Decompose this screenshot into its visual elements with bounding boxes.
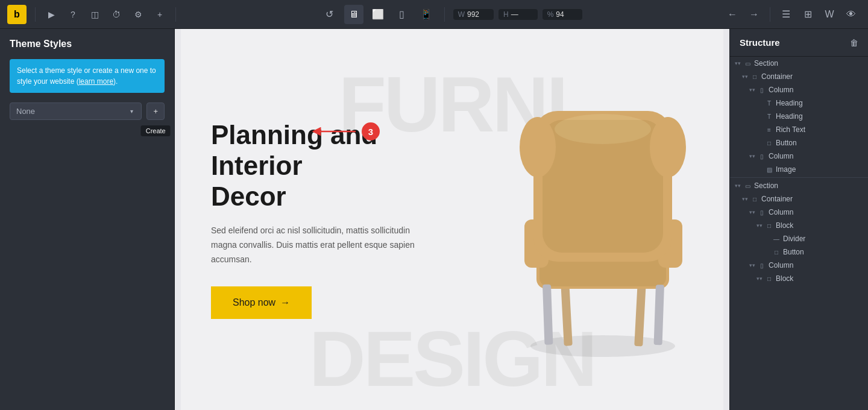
tree-section-icon: ▭ [743,181,752,190]
tree-item[interactable]: ▾□Block [730,272,868,285]
w-label: W [458,10,465,19]
add-icon[interactable]: + [150,5,169,24]
wordpress-icon[interactable]: W [820,5,839,24]
redo-icon[interactable]: → [744,5,764,24]
tree-item[interactable]: ▾▯Column [730,259,868,272]
undo-icon[interactable]: ← [723,5,742,24]
svg-rect-5 [539,257,666,286]
hero-heading: Planning and Interior Decor [211,120,452,212]
tree-item-label: Button [776,139,797,147]
tree-item[interactable]: □Button [730,136,868,150]
tree-item[interactable]: ▾▭Section [730,179,868,192]
grid-icon[interactable]: ⊞ [798,5,817,24]
right-sidebar-header: Structure 🗑 [730,29,868,57]
tree-item[interactable]: ▾□Container [730,70,868,83]
tree-item[interactable]: ▾▯Column [730,206,868,219]
preview-icon[interactable]: 👁 [841,5,861,24]
learn-more-link[interactable]: learn more [79,77,113,86]
toolbar-separator-4 [770,7,770,22]
toolbar-right: ← → ☰ ⊞ W 👁 [723,5,861,24]
tree-item[interactable]: ▾▭Section [730,57,868,70]
tree-item-label: Button [783,248,804,256]
tree-column-icon: ▯ [758,261,766,270]
list-icon[interactable]: ☰ [776,5,796,24]
tree-item[interactable]: ▾▯Column [730,83,868,96]
shop-now-button[interactable]: Shop now → [211,286,312,319]
structure-title: Structure [740,37,780,48]
delete-icon[interactable]: 🗑 [850,38,858,48]
tree-chevron-icon: ▾ [756,276,763,282]
tree-chevron-icon: ▾ [735,183,741,189]
tree-item-label: Column [769,261,793,270]
zoom-value: 94 [556,10,577,19]
tree-heading-icon: T [765,112,773,121]
play-icon[interactable]: ▶ [42,5,61,24]
toolbar-separator-3 [444,7,445,22]
toolbar-separator-2 [175,7,176,22]
tree-item[interactable]: □Button [730,245,868,259]
toolbar-separator-1 [35,7,36,22]
svg-rect-2 [561,279,573,346]
hero-body-text: Sed eleifend orci ac nisl sollicitudin, … [211,224,416,266]
w-value: 992 [467,10,489,19]
tree-item-label: Section [754,59,778,68]
tree-section-divider [730,177,868,178]
tablet-landscape-icon[interactable]: ⬜ [368,5,388,24]
tree-button-icon: □ [765,139,773,147]
tree-item[interactable]: —Divider [730,232,868,245]
svg-point-12 [520,117,556,177]
tree-item-label: Rich Text [776,125,805,134]
tree-chevron-icon: ▾ [735,60,741,66]
style-select[interactable]: None [10,102,142,120]
refresh-icon[interactable]: ↺ [320,5,339,24]
svg-point-13 [650,117,686,177]
mobile-icon[interactable]: 📱 [417,5,436,24]
hero-left: Planning and Interior Decor Sed eleifend… [181,84,482,355]
notes-icon[interactable]: ◫ [85,5,104,24]
height-input-group: H — [498,9,538,20]
tree-item[interactable]: ▾▯Column [730,150,868,163]
info-banner-text: Select a theme style or create a new one… [17,65,157,87]
tree-richtext-icon: ≡ [765,125,773,134]
tree-container-icon: □ [750,195,759,203]
tree-column-icon: ▯ [758,152,766,160]
right-sidebar: Structure 🗑 ▾▭Section▾□Container▾▯Column… [729,29,868,410]
top-toolbar: b ▶ ? ◫ ⏱ ⚙ + ↺ 🖥 ⬜ ▯ 📱 W 992 H — % 94 ←… [0,0,868,29]
zoom-input-group: % 94 [542,9,583,20]
select-row: None ▾ + Create [10,102,165,120]
percent-label: % [547,10,554,19]
canvas-frame: FURNI DESIGN Planning and Interior Decor… [181,29,723,410]
settings-icon[interactable]: ⚙ [128,5,148,24]
tree-item-label: Divider [783,235,805,243]
history-icon[interactable]: ⏱ [107,5,126,24]
brand-icon[interactable]: b [7,5,27,24]
create-button[interactable]: + Create [146,102,165,120]
tablet-portrait-icon[interactable]: ▯ [392,5,412,24]
main-area: Theme Styles Select a theme style or cre… [0,29,868,410]
tree-item-label: Heading [776,99,803,107]
tree-chevron-icon: ▾ [749,262,755,268]
tree-item[interactable]: ▾□Block [730,219,868,232]
tree-item[interactable]: THeading [730,96,868,110]
chair-image [488,75,717,364]
tree-item-label: Column [769,208,793,216]
tree-chevron-icon: ▾ [742,74,748,80]
create-plus-icon: + [153,107,158,116]
svg-rect-7 [654,285,664,345]
tree-item[interactable]: THeading [730,110,868,123]
canvas-area: 3 FURNI DESIGN Planning and Interior Dec… [175,29,729,410]
desktop-icon[interactable]: 🖥 [344,5,363,24]
structure-tree: ▾▭Section▾□Container▾▯Column THeading TH… [730,57,868,285]
help-icon[interactable]: ? [63,5,83,24]
tree-item[interactable]: ▾□Container [730,192,868,206]
tree-item-label: Heading [776,112,803,121]
width-input-group: W 992 [453,9,494,20]
info-banner: Select a theme style or create a new one… [10,59,165,93]
tree-chevron-icon: ▾ [749,153,755,159]
tree-item[interactable]: ≡Rich Text [730,123,868,136]
tree-item[interactable]: ▨Image [730,163,868,176]
tree-item-label: Column [769,86,793,94]
h-label: H [503,10,509,19]
tooltip: Create [141,125,171,136]
hero-content: Planning and Interior Decor Sed eleifend… [181,29,723,410]
